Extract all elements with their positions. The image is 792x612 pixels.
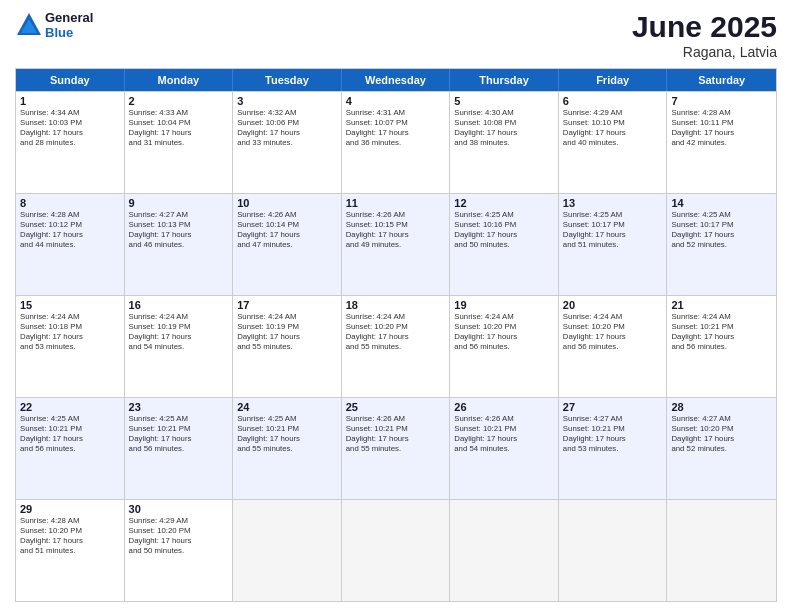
- day-number: 17: [237, 299, 337, 311]
- day-number: 29: [20, 503, 120, 515]
- day-cell-14: 14Sunrise: 4:25 AMSunset: 10:17 PMDaylig…: [667, 194, 776, 295]
- day-cell-27: 27Sunrise: 4:27 AMSunset: 10:21 PMDaylig…: [559, 398, 668, 499]
- cell-info-line: Daylight: 17 hours: [563, 332, 663, 342]
- cell-info-line: Daylight: 17 hours: [20, 230, 120, 240]
- day-number: 16: [129, 299, 229, 311]
- cell-info-line: Daylight: 17 hours: [237, 332, 337, 342]
- cell-info-line: and 56 minutes.: [563, 342, 663, 352]
- cell-info-line: Sunset: 10:15 PM: [346, 220, 446, 230]
- cell-info-line: Daylight: 17 hours: [237, 434, 337, 444]
- cell-info-line: and 55 minutes.: [237, 342, 337, 352]
- cell-info-line: Sunrise: 4:25 AM: [671, 210, 772, 220]
- cell-info-line: Sunset: 10:08 PM: [454, 118, 554, 128]
- cell-info-line: Sunrise: 4:25 AM: [563, 210, 663, 220]
- cell-info-line: Sunrise: 4:24 AM: [454, 312, 554, 322]
- day-cell-21: 21Sunrise: 4:24 AMSunset: 10:21 PMDaylig…: [667, 296, 776, 397]
- cell-info-line: Daylight: 17 hours: [129, 230, 229, 240]
- empty-cell: [233, 500, 342, 601]
- cell-info-line: Daylight: 17 hours: [20, 536, 120, 546]
- day-number: 24: [237, 401, 337, 413]
- header-day-sunday: Sunday: [16, 69, 125, 91]
- cell-info-line: and 38 minutes.: [454, 138, 554, 148]
- cell-info-line: Daylight: 17 hours: [237, 230, 337, 240]
- cell-info-line: Daylight: 17 hours: [20, 128, 120, 138]
- day-number: 22: [20, 401, 120, 413]
- day-number: 18: [346, 299, 446, 311]
- day-number: 11: [346, 197, 446, 209]
- cell-info-line: and 56 minutes.: [671, 342, 772, 352]
- cell-info-line: Sunset: 10:21 PM: [671, 322, 772, 332]
- calendar-row-4: 22Sunrise: 4:25 AMSunset: 10:21 PMDaylig…: [16, 397, 776, 499]
- calendar-row-1: 1Sunrise: 4:34 AMSunset: 10:03 PMDayligh…: [16, 91, 776, 193]
- cell-info-line: and 50 minutes.: [454, 240, 554, 250]
- cell-info-line: Sunset: 10:21 PM: [237, 424, 337, 434]
- header-day-tuesday: Tuesday: [233, 69, 342, 91]
- cell-info-line: Daylight: 17 hours: [346, 230, 446, 240]
- cell-info-line: Sunrise: 4:27 AM: [563, 414, 663, 424]
- cell-info-line: Sunset: 10:10 PM: [563, 118, 663, 128]
- cell-info-line: and 54 minutes.: [454, 444, 554, 454]
- cell-info-line: Sunrise: 4:30 AM: [454, 108, 554, 118]
- cell-info-line: Daylight: 17 hours: [454, 332, 554, 342]
- cell-info-line: Daylight: 17 hours: [129, 434, 229, 444]
- day-number: 28: [671, 401, 772, 413]
- cell-info-line: Sunset: 10:20 PM: [671, 424, 772, 434]
- header-day-monday: Monday: [125, 69, 234, 91]
- cell-info-line: Sunset: 10:12 PM: [20, 220, 120, 230]
- cell-info-line: Daylight: 17 hours: [20, 332, 120, 342]
- cell-info-line: and 47 minutes.: [237, 240, 337, 250]
- cell-info-line: Daylight: 17 hours: [129, 332, 229, 342]
- cell-info-line: Sunset: 10:19 PM: [129, 322, 229, 332]
- day-cell-22: 22Sunrise: 4:25 AMSunset: 10:21 PMDaylig…: [16, 398, 125, 499]
- day-cell-19: 19Sunrise: 4:24 AMSunset: 10:20 PMDaylig…: [450, 296, 559, 397]
- cell-info-line: Daylight: 17 hours: [129, 536, 229, 546]
- logo-icon: [15, 11, 43, 39]
- month-year-title: June 2025: [632, 10, 777, 44]
- day-number: 21: [671, 299, 772, 311]
- empty-cell: [450, 500, 559, 601]
- day-number: 23: [129, 401, 229, 413]
- day-cell-17: 17Sunrise: 4:24 AMSunset: 10:19 PMDaylig…: [233, 296, 342, 397]
- day-cell-8: 8Sunrise: 4:28 AMSunset: 10:12 PMDayligh…: [16, 194, 125, 295]
- day-cell-3: 3Sunrise: 4:32 AMSunset: 10:06 PMDayligh…: [233, 92, 342, 193]
- cell-info-line: Sunset: 10:03 PM: [20, 118, 120, 128]
- calendar: SundayMondayTuesdayWednesdayThursdayFrid…: [15, 68, 777, 602]
- cell-info-line: Sunrise: 4:27 AM: [671, 414, 772, 424]
- cell-info-line: and 54 minutes.: [129, 342, 229, 352]
- cell-info-line: Daylight: 17 hours: [454, 128, 554, 138]
- day-cell-28: 28Sunrise: 4:27 AMSunset: 10:20 PMDaylig…: [667, 398, 776, 499]
- cell-info-line: and 51 minutes.: [563, 240, 663, 250]
- header: General Blue June 2025 Ragana, Latvia: [15, 10, 777, 60]
- cell-info-line: Sunset: 10:07 PM: [346, 118, 446, 128]
- calendar-header: SundayMondayTuesdayWednesdayThursdayFrid…: [16, 69, 776, 91]
- cell-info-line: and 53 minutes.: [20, 342, 120, 352]
- cell-info-line: Daylight: 17 hours: [671, 230, 772, 240]
- day-number: 13: [563, 197, 663, 209]
- day-cell-24: 24Sunrise: 4:25 AMSunset: 10:21 PMDaylig…: [233, 398, 342, 499]
- cell-info-line: Sunrise: 4:25 AM: [237, 414, 337, 424]
- cell-info-line: Daylight: 17 hours: [454, 230, 554, 240]
- cell-info-line: and 31 minutes.: [129, 138, 229, 148]
- header-day-friday: Friday: [559, 69, 668, 91]
- cell-info-line: Daylight: 17 hours: [346, 332, 446, 342]
- cell-info-line: and 40 minutes.: [563, 138, 663, 148]
- day-number: 20: [563, 299, 663, 311]
- day-cell-23: 23Sunrise: 4:25 AMSunset: 10:21 PMDaylig…: [125, 398, 234, 499]
- day-cell-7: 7Sunrise: 4:28 AMSunset: 10:11 PMDayligh…: [667, 92, 776, 193]
- day-number: 15: [20, 299, 120, 311]
- cell-info-line: Sunset: 10:20 PM: [129, 526, 229, 536]
- cell-info-line: Sunrise: 4:29 AM: [563, 108, 663, 118]
- day-number: 5: [454, 95, 554, 107]
- cell-info-line: and 36 minutes.: [346, 138, 446, 148]
- cell-info-line: Sunset: 10:04 PM: [129, 118, 229, 128]
- day-cell-15: 15Sunrise: 4:24 AMSunset: 10:18 PMDaylig…: [16, 296, 125, 397]
- cell-info-line: and 55 minutes.: [237, 444, 337, 454]
- cell-info-line: Sunset: 10:13 PM: [129, 220, 229, 230]
- cell-info-line: and 44 minutes.: [20, 240, 120, 250]
- cell-info-line: and 56 minutes.: [20, 444, 120, 454]
- cell-info-line: Sunset: 10:20 PM: [346, 322, 446, 332]
- cell-info-line: Daylight: 17 hours: [671, 434, 772, 444]
- day-cell-4: 4Sunrise: 4:31 AMSunset: 10:07 PMDayligh…: [342, 92, 451, 193]
- cell-info-line: Sunrise: 4:26 AM: [346, 414, 446, 424]
- cell-info-line: Sunrise: 4:24 AM: [20, 312, 120, 322]
